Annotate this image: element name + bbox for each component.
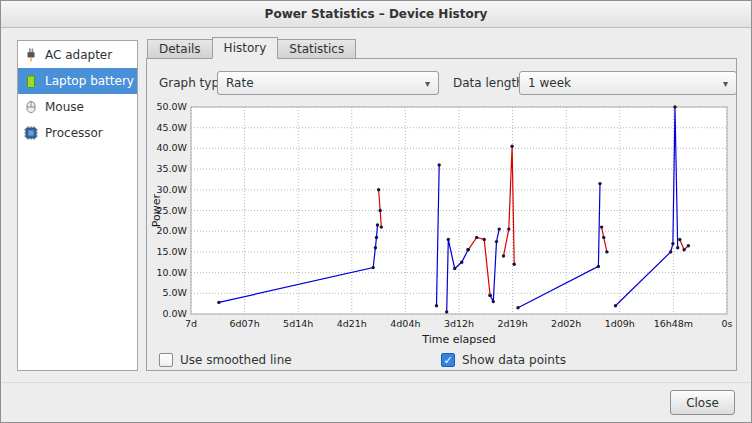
graph-type-dropdown[interactable]: Rate ▾ — [217, 71, 439, 95]
checkbox-icon[interactable] — [159, 353, 173, 367]
tab-bar: DetailsHistoryStatistics — [147, 37, 355, 59]
data-length-value: 1 week — [528, 76, 571, 90]
svg-text:3d12h: 3d12h — [444, 318, 474, 329]
svg-text:4d04h: 4d04h — [390, 318, 420, 329]
titlebar: Power Statistics – Device History — [1, 1, 751, 28]
dialog-separator — [2, 382, 750, 383]
svg-text:6d07h: 6d07h — [230, 318, 260, 329]
svg-text:7d: 7d — [185, 318, 197, 329]
sidebar-item-label: Processor — [45, 126, 103, 140]
data-length-label: Data length: — [453, 76, 528, 90]
data-length-dropdown[interactable]: 1 week ▾ — [519, 71, 737, 95]
tab-history[interactable]: History — [212, 37, 279, 59]
close-button[interactable]: Close — [670, 390, 735, 415]
use-smoothed-line-label: Use smoothed line — [180, 353, 292, 367]
sidebar-item-ac-adapter[interactable]: AC adapter — [18, 42, 137, 68]
svg-text:50.0W: 50.0W — [156, 101, 187, 112]
svg-text:Power: Power — [151, 193, 163, 227]
sidebar-item-laptop-battery[interactable]: Laptop battery — [18, 68, 137, 94]
power-statistics-window: Power Statistics – Device History AC ada… — [0, 0, 752, 423]
battery-icon — [23, 73, 39, 89]
svg-text:5.0W: 5.0W — [162, 287, 187, 298]
svg-text:5d14h: 5d14h — [283, 318, 313, 329]
sidebar-item-mouse[interactable]: Mouse — [18, 94, 137, 120]
graph-type-value: Rate — [226, 76, 254, 90]
show-data-points-checkbox[interactable]: ✓ Show data points — [441, 353, 566, 367]
svg-text:30.0W: 30.0W — [156, 184, 187, 195]
power-history-plot: 7d6d07h5d14h4d21h4d04h3d12h2d19h2d02h1d0… — [151, 99, 736, 349]
sidebar-item-label: Mouse — [45, 100, 84, 114]
svg-text:Time elapsed: Time elapsed — [421, 333, 495, 346]
sidebar-item-label: AC adapter — [45, 48, 112, 62]
processor-icon — [23, 125, 39, 141]
checkbox-icon[interactable]: ✓ — [441, 353, 455, 367]
tab-details[interactable]: Details — [147, 39, 213, 59]
svg-text:2d19h: 2d19h — [498, 318, 528, 329]
svg-text:0s: 0s — [722, 318, 733, 329]
show-data-points-label: Show data points — [462, 353, 566, 367]
svg-text:10.0W: 10.0W — [156, 267, 187, 278]
chevron-down-icon: ▾ — [425, 78, 430, 89]
svg-text:1d09h: 1d09h — [605, 318, 635, 329]
chevron-down-icon: ▾ — [723, 78, 728, 89]
sidebar-item-processor[interactable]: Processor — [18, 120, 137, 146]
svg-text:2d02h: 2d02h — [551, 318, 581, 329]
mouse-icon — [23, 99, 39, 115]
ac-adapter-icon — [23, 47, 39, 63]
svg-text:16h48m: 16h48m — [654, 318, 693, 329]
window-title: Power Statistics – Device History — [265, 7, 488, 21]
svg-text:40.0W: 40.0W — [156, 142, 187, 153]
svg-text:15.0W: 15.0W — [156, 246, 187, 257]
history-chart: 7d6d07h5d14h4d21h4d04h3d12h2d19h2d02h1d0… — [151, 99, 736, 349]
tab-statistics[interactable]: Statistics — [277, 39, 356, 59]
svg-text:0.0W: 0.0W — [162, 308, 187, 319]
use-smoothed-line-checkbox[interactable]: Use smoothed line — [159, 353, 292, 367]
svg-text:4d21h: 4d21h — [337, 318, 367, 329]
svg-text:45.0W: 45.0W — [156, 122, 187, 133]
device-list: AC adapterLaptop batteryMouseProcessor — [17, 40, 138, 371]
svg-text:35.0W: 35.0W — [156, 163, 187, 174]
sidebar-item-label: Laptop battery — [45, 74, 134, 88]
